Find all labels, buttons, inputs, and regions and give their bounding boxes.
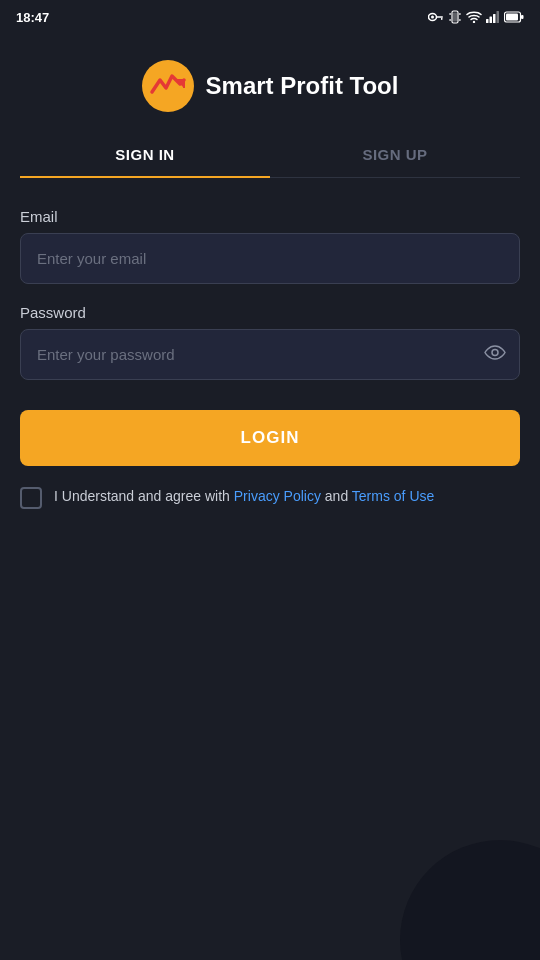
svg-rect-16 xyxy=(521,15,524,19)
privacy-policy-link[interactable]: Privacy Policy xyxy=(234,488,321,504)
svg-rect-11 xyxy=(486,19,489,23)
wifi-icon xyxy=(466,11,482,23)
svg-point-1 xyxy=(431,16,434,19)
login-form: Email Password LOGIN xyxy=(0,178,540,466)
email-input-wrapper xyxy=(20,233,520,284)
key-icon xyxy=(428,11,444,23)
app-logo xyxy=(142,60,194,112)
login-button[interactable]: LOGIN xyxy=(20,410,520,466)
svg-rect-13 xyxy=(493,14,496,23)
signal-icon xyxy=(486,11,500,23)
status-icons xyxy=(428,10,524,24)
svg-rect-5 xyxy=(453,13,457,22)
terms-text: I Understand and agree with Privacy Poli… xyxy=(54,486,434,507)
svg-rect-7 xyxy=(450,19,451,21)
svg-rect-6 xyxy=(450,13,451,15)
tabs-container: SIGN IN SIGN UP xyxy=(20,132,520,178)
password-input-wrapper xyxy=(20,329,520,380)
password-toggle-icon[interactable] xyxy=(484,344,506,365)
svg-rect-14 xyxy=(497,11,500,23)
svg-rect-2 xyxy=(436,16,443,18)
status-bar: 18:47 xyxy=(0,0,540,30)
password-input[interactable] xyxy=(20,329,520,380)
vibrate-icon xyxy=(448,10,462,24)
svg-rect-17 xyxy=(506,14,518,21)
svg-rect-8 xyxy=(459,13,460,15)
terms-checkbox[interactable] xyxy=(20,487,42,509)
terms-of-use-link[interactable]: Terms of Use xyxy=(352,488,434,504)
app-title: Smart Profit Tool xyxy=(206,72,399,100)
battery-icon xyxy=(504,11,524,23)
svg-point-19 xyxy=(492,349,498,355)
svg-rect-3 xyxy=(441,18,443,20)
password-label: Password xyxy=(20,304,520,321)
bottom-decoration xyxy=(400,840,540,960)
status-time: 18:47 xyxy=(16,10,49,25)
terms-row: I Understand and agree with Privacy Poli… xyxy=(0,466,540,509)
svg-rect-12 xyxy=(490,17,493,24)
svg-rect-9 xyxy=(459,19,460,21)
email-label: Email xyxy=(20,208,520,225)
terms-prefix: I Understand and agree with xyxy=(54,488,234,504)
tab-signin[interactable]: SIGN IN xyxy=(20,132,270,177)
tab-signup[interactable]: SIGN UP xyxy=(270,132,520,177)
terms-conjunction: and xyxy=(321,488,352,504)
email-input[interactable] xyxy=(20,233,520,284)
header: Smart Profit Tool xyxy=(0,30,540,132)
svg-point-10 xyxy=(473,21,475,23)
